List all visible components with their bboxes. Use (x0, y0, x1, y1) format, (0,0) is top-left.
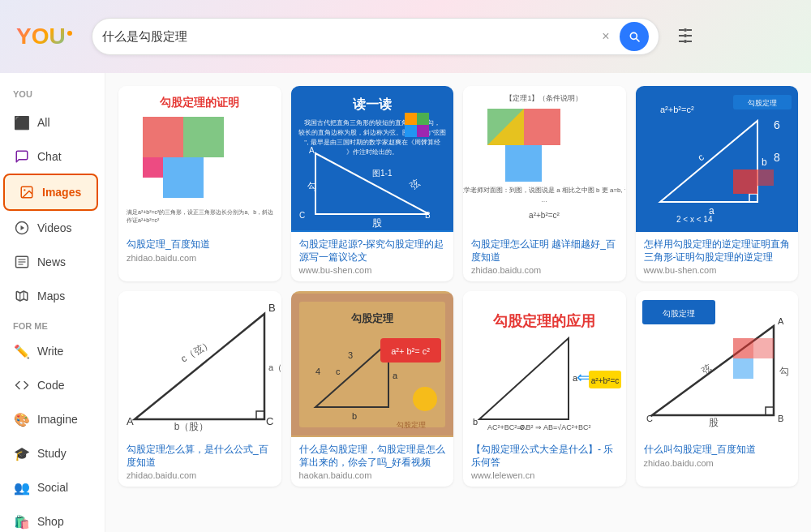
sidebar-item-all[interactable]: ⬛ All (0, 105, 98, 139)
image-card-7[interactable]: 勾股定理的应用 b c a ⟺ a²+b²=c AC²+BC²=AB² ⇒ AB… (463, 291, 626, 487)
search-button[interactable] (620, 22, 649, 51)
sidebar-item-write[interactable]: ✏️ Write (0, 334, 98, 368)
filter-button[interactable] (672, 23, 698, 51)
svg-point-10 (24, 189, 25, 191)
image-grid: 勾股定理的证明 满足a²+b²=c²的三角形，设正三角形边长分别为a、b，斜边 … (118, 86, 798, 487)
sidebar-label-code: Code (37, 379, 64, 392)
svg-text:满足a²+b²=c²的三角形，设正三角形边长分别为a、b，斜: 满足a²+b²=c²的三角形，设正三角形边长分别为a、b，斜边 (127, 209, 273, 216)
card3-thumb: 【定理1】（条件说明） 数学老师对面图：到图，说图说是 a 相比之中图 b 更 … (463, 86, 626, 232)
imagine-icon: 🎨 (13, 410, 31, 428)
svg-text:勾股定理的应用: 勾股定理的应用 (492, 312, 595, 329)
svg-rect-52 (524, 109, 560, 145)
image-card-8[interactable]: 勾股定理 C B A 股 勾 弦 (636, 291, 799, 487)
for-me-divider: For Me (0, 313, 105, 334)
svg-text:a²+b²=c²: a²+b²=c² (529, 211, 560, 220)
image-card-3[interactable]: 【定理1】（条件说明） 数学老师对面图：到图，说图说是 a 相比之中图 b 更 … (463, 86, 626, 281)
card2-info: 勾股定理起源?-探究勾股定理的起源写一篇议论文 www.bu-shen.com (291, 232, 454, 281)
sidebar-item-videos[interactable]: Videos (0, 211, 98, 245)
card3-title: 勾股定理怎么证明 越详细越好_百度知道 (471, 238, 618, 264)
sidebar-item-study[interactable]: 🎓 Study (0, 436, 98, 470)
sidebar-item-shop[interactable]: 🛍️ Shop (0, 504, 98, 532)
svg-text:2 < x < 14: 2 < x < 14 (676, 215, 713, 224)
card2-thumb: 读一读 我国古代把直角三角形的较短的直角边称为勾， 较长的直角边称为股，斜边称为… (291, 86, 454, 232)
sidebar-you-label: YOU (0, 83, 105, 105)
write-icon: ✏️ (13, 342, 31, 360)
svg-rect-70 (733, 169, 757, 194)
topbar: YOU × (0, 0, 811, 73)
clear-button[interactable]: × (597, 29, 614, 44)
svg-text:b（股）: b（股） (174, 421, 209, 432)
card7-title: 【勾股定理公式大全是什么】- 乐乐何答 (471, 444, 618, 469)
images-icon (18, 183, 36, 201)
card2-domain: www.bu-shen.com (299, 265, 446, 275)
svg-text:a²+ b²= c²: a²+ b²= c² (391, 346, 430, 356)
sidebar-label-videos: Videos (37, 221, 72, 234)
svg-rect-46 (417, 113, 429, 125)
svg-rect-24 (143, 117, 183, 157)
card5-title: 勾股定理怎么算，是什么公式_百度知道 (127, 444, 273, 469)
shop-icon: 🛍️ (13, 513, 31, 530)
content-area: 勾股定理的证明 满足a²+b²=c²的三角形，设正三角形边长分别为a、b，斜边 … (105, 73, 811, 532)
image-card-4[interactable]: 勾股定理 a b c 6 8 a²+b²=c² (636, 86, 799, 281)
svg-text:C: C (646, 414, 653, 423)
svg-rect-47 (405, 125, 417, 137)
card7-thumb: 勾股定理的应用 b c a ⟺ a²+b²=c AC²+BC²=AB² ⇒ AB… (463, 291, 626, 437)
card4-domain: www.bu-shen.com (644, 265, 791, 275)
sidebar-item-chat[interactable]: Chat (0, 139, 98, 174)
image-card-6[interactable]: 勾股定理 b a c a²+ b²= c² 4 3 (291, 291, 454, 487)
image-card-5[interactable]: B A C b（股） a（勾） c（弦） 勾股定理怎么算，是什么公式_百度知道 … (118, 291, 281, 487)
svg-text:图1-1: 图1-1 (372, 169, 393, 178)
svg-text:3: 3 (348, 350, 353, 360)
study-icon: 🎓 (13, 444, 31, 462)
card1-thumb: 勾股定理的证明 满足a²+b²=c²的三角形，设正三角形边长分别为a、b，斜边 … (118, 86, 281, 232)
svg-rect-53 (505, 145, 542, 182)
svg-point-92 (413, 387, 437, 411)
all-icon: ⬛ (13, 114, 31, 131)
svg-rect-71 (757, 169, 774, 186)
card6-domain: haokan.baidu.com (299, 470, 446, 480)
svg-text:勾股定理: 勾股定理 (748, 99, 777, 107)
chat-icon (13, 148, 31, 165)
card8-thumb: 勾股定理 C B A 股 勾 弦 (636, 291, 799, 437)
sidebar-item-images[interactable]: Images (3, 174, 98, 211)
card5-domain: zhidao.baidu.com (127, 470, 273, 480)
videos-icon (13, 219, 31, 237)
card2-title: 勾股定理起源?-探究勾股定理的起源写一篇议论文 (299, 238, 446, 264)
card8-info: 什么叫勾股定理_百度知道 zhidao.baidu.com (636, 437, 799, 474)
svg-text:a²+b²=c²: a²+b²=c² (660, 105, 694, 114)
svg-text:数学老师对面图：到图，说图说是 a 相比之中图 b 更 a=: 数学老师对面图：到图，说图说是 a 相比之中图 b 更 a=b, 让 (463, 187, 625, 194)
maps-icon (13, 287, 31, 305)
card7-info: 【勾股定理公式大全是什么】- 乐乐何答 www.lelewen.cn (463, 437, 626, 487)
sidebar-item-social[interactable]: 👥 Social (0, 470, 98, 504)
card6-thumb: 勾股定理 b a c a²+ b²= c² 4 3 (291, 291, 454, 437)
svg-text:AC²+BC²=AB² ⇒ AB=√AC²+BC²: AC²+BC²=AB² ⇒ AB=√AC²+BC² (487, 423, 590, 431)
sidebar-label-study: Study (37, 447, 67, 460)
svg-text:勾股定理: 勾股定理 (397, 421, 426, 429)
image-card-2[interactable]: 读一读 我国古代把直角三角形的较短的直角边称为勾， 较长的直角边称为股，斜边称为… (291, 86, 454, 281)
svg-text:C: C (299, 211, 305, 220)
image-card-1[interactable]: 勾股定理的证明 满足a²+b²=c²的三角形，设正三角形边长分别为a、b，斜边 … (118, 86, 281, 281)
sidebar-item-imagine[interactable]: 🎨 Imagine (0, 402, 98, 436)
svg-text:a: a (393, 371, 398, 380)
card3-domain: zhidao.baidu.com (471, 265, 618, 275)
sidebar-item-maps[interactable]: Maps (0, 279, 98, 313)
svg-point-2 (684, 40, 687, 43)
svg-text:b: b (352, 411, 357, 421)
svg-text:勾: 勾 (779, 366, 789, 377)
sidebar-item-code[interactable]: Code (0, 368, 98, 402)
svg-text:4: 4 (315, 367, 320, 376)
svg-text:读一读: 读一读 (353, 97, 392, 111)
card4-thumb: 勾股定理 a b c 6 8 a²+b²=c² (636, 86, 799, 232)
svg-text:b: b (473, 417, 478, 427)
search-input[interactable] (102, 30, 598, 44)
main-layout: YOU ⬛ All Chat Images (0, 73, 811, 532)
news-icon (13, 253, 31, 271)
svg-text:勾股定理: 勾股定理 (663, 309, 695, 318)
sidebar-label-write: Write (37, 345, 63, 358)
svg-text:勾: 勾 (307, 181, 317, 192)
sidebar-item-news[interactable]: News (0, 245, 98, 279)
svg-rect-48 (417, 125, 429, 137)
svg-rect-45 (405, 113, 417, 125)
svg-rect-27 (143, 157, 163, 178)
svg-text:股: 股 (709, 417, 719, 428)
